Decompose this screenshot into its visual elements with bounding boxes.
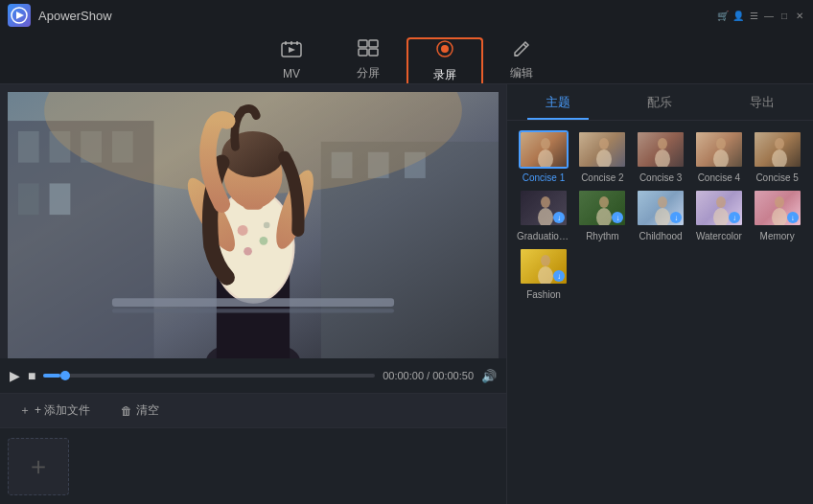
theme-label-watercolor: Watercolor [696, 231, 742, 241]
clear-button[interactable]: 🗑 清空 [113, 399, 167, 423]
theme-label-concise1: Concise 1 [523, 172, 565, 183]
theme-item-graduation[interactable]: ↓Graduation... [517, 189, 570, 241]
svg-rect-21 [18, 183, 39, 215]
download-badge-fashion: ↓ [553, 270, 565, 282]
svg-point-71 [713, 208, 729, 227]
theme-item-concise4[interactable]: Concise 4 [693, 130, 746, 183]
nav-item-mv[interactable]: MV [253, 37, 330, 83]
theme-thumb-concise4 [694, 130, 744, 169]
user-icon[interactable]: 👤 [732, 10, 744, 21]
theme-label-graduation: Graduation... [517, 231, 570, 241]
cart-icon[interactable]: 🛒 [717, 10, 729, 21]
svg-point-47 [538, 149, 553, 169]
time-display: 00:00:00 / 00:00:50 [383, 370, 474, 381]
svg-marker-6 [289, 47, 295, 53]
download-badge-graduation: ↓ [553, 212, 565, 223]
svg-rect-9 [359, 49, 367, 56]
svg-point-74 [772, 208, 787, 227]
theme-item-concise1[interactable]: Concise 1 [517, 130, 570, 183]
timeline-add-button[interactable]: ＋ [8, 438, 69, 495]
trash-icon: 🗑 [121, 404, 132, 418]
window-controls: 🛒 👤 ☰ — □ ✕ [717, 10, 805, 21]
svg-line-13 [523, 44, 526, 47]
edit-icon [512, 39, 531, 61]
theme-item-concise2[interactable]: Concise 2 [576, 130, 629, 183]
progress-thumb [60, 371, 70, 380]
video-preview [8, 92, 499, 358]
nav-item-split[interactable]: 分屏 [330, 37, 406, 83]
nav-mv-label: MV [283, 67, 300, 80]
nav-edit-label: 编辑 [510, 65, 533, 81]
minimize-button[interactable]: — [763, 10, 775, 21]
volume-icon[interactable]: 🔊 [481, 369, 497, 383]
add-file-button[interactable]: ＋ + 添加文件 [12, 399, 98, 423]
svg-rect-7 [359, 40, 367, 47]
svg-point-70 [716, 196, 726, 208]
svg-rect-22 [50, 183, 71, 215]
svg-point-62 [538, 208, 553, 227]
app-logo [8, 4, 31, 27]
theme-item-memory[interactable]: ↓Memory [751, 189, 803, 241]
theme-label-rhythm: Rhythm [586, 231, 618, 241]
tab-theme-label: 主题 [546, 94, 570, 111]
svg-point-53 [655, 149, 670, 169]
theme-thumb-watercolor: ↓ [694, 189, 744, 227]
tab-music[interactable]: 配乐 [609, 84, 710, 120]
nav-split-label: 分屏 [357, 65, 380, 81]
left-panel: ▶ ■ 00:00:00 / 00:00:50 🔊 ＋ + 添加文件 🗑 清空 … [0, 84, 506, 504]
play-button[interactable]: ▶ [10, 368, 20, 383]
nav-item-recording[interactable]: 录屏 [406, 37, 483, 83]
theme-item-concise3[interactable]: Concise 3 [635, 130, 687, 183]
theme-item-childhood[interactable]: ↓Childhood [635, 189, 687, 241]
theme-thumb-graduation: ↓ [519, 189, 569, 227]
video-area [8, 92, 499, 358]
nav-bar: MV 分屏 录屏 编辑 [0, 31, 813, 84]
svg-point-73 [775, 196, 784, 208]
tab-export[interactable]: 导出 [711, 84, 813, 120]
svg-point-32 [238, 225, 248, 236]
theme-item-watercolor[interactable]: ↓Watercolor [693, 189, 746, 241]
svg-marker-1 [16, 11, 24, 19]
theme-label-childhood: Childhood [639, 231, 683, 241]
app-name-label: ApowerShow [38, 9, 112, 23]
theme-label-concise3: Concise 3 [639, 172, 682, 183]
svg-rect-10 [369, 49, 378, 56]
progress-bar[interactable] [43, 374, 375, 378]
theme-thumb-memory: ↓ [753, 189, 802, 227]
svg-point-76 [541, 255, 550, 266]
split-icon [358, 39, 379, 61]
svg-point-12 [441, 45, 449, 53]
title-bar-right: 🛒 👤 ☰ — □ ✕ [717, 10, 805, 21]
theme-item-concise5[interactable]: Concise 5 [751, 130, 803, 183]
svg-point-35 [264, 222, 270, 229]
svg-point-46 [541, 138, 550, 149]
svg-point-68 [655, 208, 670, 227]
stop-button[interactable]: ■ [28, 368, 35, 383]
svg-point-56 [713, 149, 729, 169]
timeline-plus-icon: ＋ [26, 449, 51, 483]
mv-icon [281, 41, 302, 63]
svg-point-59 [772, 149, 787, 169]
theme-thumb-concise3 [636, 130, 685, 169]
svg-point-61 [541, 196, 550, 208]
right-panel: 主题 配乐 导出 Concise 1Concise 2Concise 3Conc… [506, 84, 813, 504]
theme-thumb-concise5 [753, 130, 802, 169]
svg-rect-3 [285, 41, 287, 45]
svg-point-52 [658, 138, 667, 149]
svg-rect-5 [296, 41, 298, 45]
theme-item-fashion[interactable]: ↓Fashion [517, 247, 570, 300]
svg-rect-4 [290, 41, 292, 45]
nav-item-edit[interactable]: 编辑 [483, 37, 560, 83]
close-button[interactable]: ✕ [794, 10, 805, 21]
svg-point-77 [538, 266, 553, 286]
svg-point-55 [716, 138, 726, 149]
main-content: ▶ ■ 00:00:00 / 00:00:50 🔊 ＋ + 添加文件 🗑 清空 … [0, 84, 813, 504]
tab-theme[interactable]: 主题 [507, 84, 609, 120]
tab-music-label: 配乐 [647, 94, 672, 111]
theme-item-rhythm[interactable]: ↓Rhythm [576, 189, 629, 241]
title-bar: ApowerShow 🛒 👤 ☰ — □ ✕ [0, 0, 813, 31]
menu-icon[interactable]: ☰ [748, 10, 759, 21]
maximize-button[interactable]: □ [778, 10, 790, 21]
svg-rect-43 [112, 298, 394, 307]
add-file-label: + 添加文件 [35, 402, 90, 419]
